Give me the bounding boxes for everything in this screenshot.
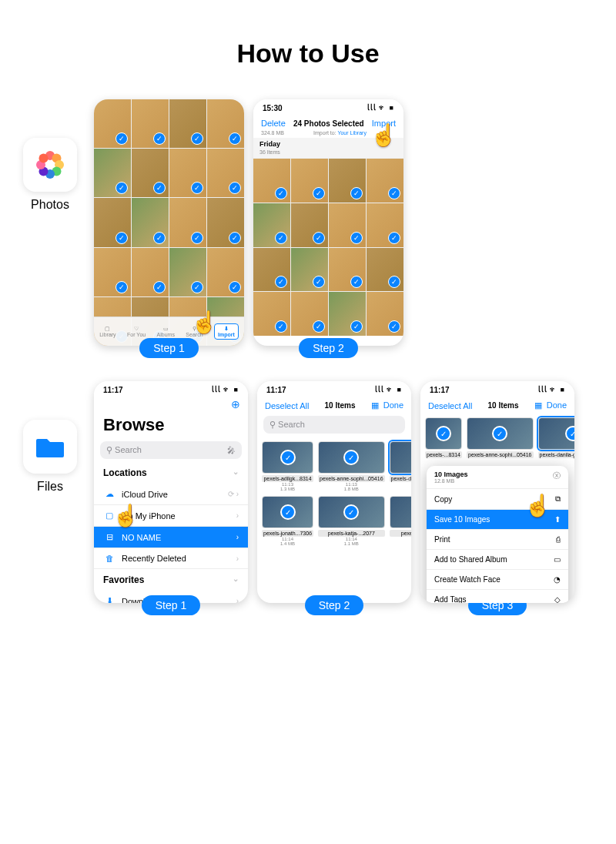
row-deleted[interactable]: 🗑︎Recently Deleted› bbox=[94, 548, 248, 569]
download-icon: ⬇ bbox=[103, 596, 116, 603]
file-item[interactable]: pexels-danila-gianci...4217111:131.1 MB bbox=[390, 441, 411, 491]
phone-photos-step1: ▢Library ♡For You ▭Albums ⚲Search ⬇Impor… bbox=[94, 99, 244, 346]
trash-icon: 🗑︎ bbox=[103, 554, 116, 563]
menu-shared[interactable]: Add to Shared Album▭ bbox=[427, 550, 568, 570]
tag-icon: ◇ bbox=[554, 595, 561, 603]
step-badge: Step 2 bbox=[299, 338, 357, 358]
album-icon: ▭ bbox=[554, 555, 561, 564]
watch-icon: ◔ bbox=[554, 575, 561, 584]
row-noname[interactable]: ⊟NO NAME› bbox=[94, 527, 248, 548]
more-icon[interactable]: ⊕ bbox=[94, 398, 248, 410]
browse-title: Browse bbox=[94, 410, 248, 438]
svg-point-7 bbox=[39, 154, 49, 163]
context-menu: 10 Images12.8 MBⓧ Copy⧉ Save 10 Images⬆ … bbox=[427, 466, 568, 603]
menu-tags[interactable]: Add Tags◇ bbox=[427, 590, 568, 603]
print-icon: ⎙ bbox=[556, 535, 561, 544]
delete-button[interactable]: Delete bbox=[261, 119, 286, 128]
files-row: Files 11:17𝗅𝗅𝗅 ᯤ ■ ⊕ Browse ⚲ Search🎤︎ L… bbox=[15, 381, 601, 615]
file-item[interactable]: pexels-adilgk...831411:131.3 MB bbox=[262, 441, 313, 491]
photos-app-label: Photos bbox=[15, 198, 85, 212]
drive-icon: ⊟ bbox=[103, 532, 116, 542]
mic-icon[interactable]: 🎤︎ bbox=[227, 446, 236, 455]
grid-icon[interactable]: ▦ bbox=[534, 400, 542, 410]
page-title: How to Use bbox=[15, 39, 601, 69]
tab-albums[interactable]: ▭Albums bbox=[157, 326, 175, 337]
done-button[interactable]: Done bbox=[547, 400, 567, 410]
chevron-down-icon[interactable]: ⌄ bbox=[233, 467, 239, 478]
step-badge: Step 1 bbox=[142, 595, 200, 615]
copy-icon: ⧉ bbox=[555, 494, 561, 504]
row-icloud[interactable]: ☁iCloud Drive⟳ › bbox=[94, 484, 248, 505]
file-item[interactable]: pexels-danila-gianci...42171 bbox=[538, 417, 575, 458]
save-icon: ⬆ bbox=[554, 515, 561, 524]
status-icons: 𝗅𝗅𝗅 ᯤ ■ bbox=[367, 104, 394, 112]
tap-hand-icon: ☝ bbox=[370, 122, 397, 148]
phone-files-step3: 11:17𝗅𝗅𝗅 ᯤ ■ Deselect All 10 Items ▦ Don… bbox=[420, 381, 574, 603]
photos-row: Photos ▢Library ♡For You ▭Albums ⚲Search… bbox=[15, 99, 601, 358]
phone-photos-step2: 15:30𝗅𝗅𝗅 ᯤ ■ Delete 24 Photos Selected I… bbox=[253, 99, 403, 346]
file-item[interactable]: pexels-jonath...730611:141.4 MB bbox=[262, 496, 313, 546]
grid-icon[interactable]: ▦ bbox=[371, 400, 379, 410]
file-item[interactable]: pexels-anne-sophi...0541611:131.8 MB bbox=[318, 441, 385, 491]
files-app-label: Files bbox=[15, 480, 85, 494]
search-input[interactable]: ⚲ Search🎤︎ bbox=[100, 441, 242, 459]
menu-print[interactable]: Print⎙ bbox=[427, 530, 568, 550]
file-item[interactable]: pexels-anne-sophi...05416 bbox=[467, 417, 534, 458]
close-icon[interactable]: ⓧ bbox=[553, 471, 561, 481]
file-item[interactable]: pexels-kriste...383311:141.4 MB bbox=[390, 496, 411, 546]
search-input[interactable]: ⚲ Search bbox=[263, 416, 405, 434]
step-badge: Step 1 bbox=[139, 338, 198, 358]
file-item[interactable]: pexels-...8314 bbox=[425, 417, 462, 458]
tab-foryou[interactable]: ♡For You bbox=[127, 326, 146, 337]
tab-library[interactable]: ▢Library bbox=[99, 326, 116, 337]
deselect-button[interactable]: Deselect All bbox=[265, 401, 309, 410]
menu-watch[interactable]: Create Watch Face◔ bbox=[427, 570, 568, 590]
deselect-button[interactable]: Deselect All bbox=[428, 401, 472, 410]
step-badge: Step 2 bbox=[305, 595, 363, 615]
photos-app-icon bbox=[23, 138, 77, 192]
phone-files-step2: 11:17𝗅𝗅𝗅 ᯤ ■ Deselect All 10 Items ▦ Don… bbox=[257, 381, 411, 603]
tap-hand-icon: ☝ bbox=[524, 493, 551, 518]
cloud-icon: ☁ bbox=[103, 489, 116, 499]
files-app-icon bbox=[23, 420, 77, 474]
file-item[interactable]: pexels-katja-...207711:141.1 MB bbox=[318, 496, 385, 546]
tap-hand-icon: ☝ bbox=[191, 310, 218, 335]
phone-files-step1: 11:17𝗅𝗅𝗅 ᯤ ■ ⊕ Browse ⚲ Search🎤︎ Locatio… bbox=[94, 381, 248, 603]
tap-hand-icon: ☝ bbox=[112, 503, 139, 528]
done-button[interactable]: Done bbox=[383, 400, 403, 410]
